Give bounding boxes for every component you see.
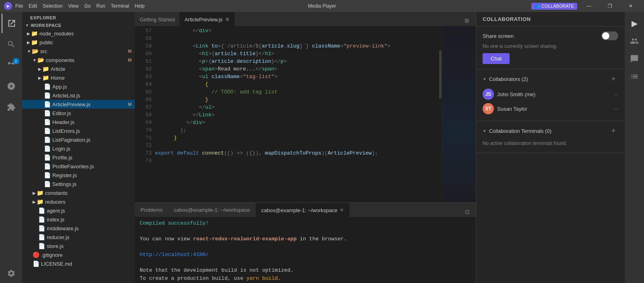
code-editor[interactable]: 575859606162636465666768697071727374 </d… [135,26,476,202]
tree-item-agent-js[interactable]: 📄 agent.js [22,206,135,215]
tree-item-reducers[interactable]: ▶ 📁 reducers [22,197,135,206]
tree-item-login-js[interactable]: 📄 Login.js [22,144,135,153]
editor-scrollbar[interactable] [439,50,442,99]
section-chevron-icon: ▼ [483,77,487,81]
code-content[interactable]: </div> <Link to={`/article/${article.slu… [155,26,442,202]
terminals-title[interactable]: ▼ Collaboration Terminals (0) [483,128,551,134]
activity-source-control[interactable]: 2 [2,56,21,75]
file-icon: 🔴 [33,252,39,258]
tree-item-register-js[interactable]: 📄 Register.js [22,171,135,180]
collaborator-name-susan: Susan Taylor [497,106,610,112]
activity-explorer[interactable] [2,14,21,33]
file-icon: 📄 [38,207,45,214]
tree-item-listpagination-js[interactable]: 📄 ListPagination.js [22,135,135,144]
tree-item-store-js[interactable]: 📄 store.js [22,242,135,250]
tree-item-public[interactable]: ▶ 📁 public [22,38,135,47]
tree-item-listerrors-js[interactable]: 📄 ListErrors.js [22,126,135,135]
tree-item-app-js[interactable]: 📄 App.js [22,82,135,91]
panel-tab-close-icon[interactable]: ✕ [340,207,344,213]
activity-extensions[interactable] [2,97,21,117]
panel-tab-problems[interactable]: Problems [135,203,168,217]
collaborator-menu-john[interactable]: ··· [613,91,618,97]
tree-item-profilefavorites-js[interactable]: 📄 ProfileFavorites.js [22,162,135,171]
title-bar-left: ▶ File Edit Selection View Go Run Termin… [4,2,144,10]
workspace-header[interactable]: ▼ WORKSPACE [22,22,135,29]
menu-run[interactable]: Run [96,3,105,9]
folder-icon: 📁 [42,66,49,72]
minimize-button[interactable]: — [580,0,598,12]
collaborator-john: JS John Smith (me) ··· [483,87,618,101]
editor-area: Getting Started ArticlePreview.js ✕ ⊞ 57… [135,12,476,283]
tree-item-header-js[interactable]: 📄 Header.js [22,118,135,126]
split-editor-icon[interactable]: ⊞ [461,15,473,26]
right-icon-play[interactable]: ▶ [626,15,642,31]
panel-tab-terminal-1[interactable]: cabox@example-1: ~/workspace [168,203,256,217]
menu-go[interactable]: Go [84,3,91,9]
share-screen-row: Share screen [483,31,618,40]
tree-item-src[interactable]: ▼ 📂 src M [22,47,135,56]
right-icon-list[interactable] [626,68,642,85]
tab-articlepreview[interactable]: ArticlePreview.js ✕ [180,12,235,26]
add-collaborator-button[interactable]: + [609,74,618,84]
tree-item-articlepreview-js[interactable]: 📄 ArticlePreview.js M [22,100,135,109]
right-icon-users[interactable] [626,33,642,49]
terminal-url: http://localhost:4100/ [140,252,209,258]
file-icon: 📄 [38,216,45,223]
right-icon-chat[interactable] [626,51,642,67]
modified-indicator: M [128,58,132,62]
tree-item-reducer-js[interactable]: 📄 reducer.js [22,233,135,242]
menu-terminal[interactable]: Terminal [111,3,129,9]
tree-item-articlelist-js[interactable]: 📄 ArticleList.js [22,91,135,100]
item-label: Login.js [52,146,70,152]
tab-bar: Getting Started ArticlePreview.js ✕ ⊞ [135,12,476,26]
terminal-content[interactable]: Compiled successfully! You can now view … [135,217,476,283]
tree-item-home[interactable]: ▶ 📁 Home [22,73,135,82]
tree-item-settings-js[interactable]: 📄 Settings.js [22,180,135,188]
item-label: reducer.js [47,234,69,240]
chevron-icon: ▼ [27,49,31,54]
menu-selection[interactable]: Selection [43,3,62,9]
tree-item-gitignore[interactable]: 🔴 .gitignore [22,250,135,259]
tree-item-components[interactable]: ▼ 📂 components M [22,56,135,64]
tree-item-editor-js[interactable]: 📄 Editor.js [22,109,135,118]
activity-debug[interactable] [2,76,21,96]
tree-item-article[interactable]: ▶ 📁 Article [22,64,135,73]
folder-icon: 📂 [37,57,44,63]
menu-view[interactable]: View [68,3,78,9]
file-icon: 📄 [44,163,51,169]
collaboration-panel: COLLABORATION Share screen No one is cur… [476,12,625,283]
tree-item-node-modules[interactable]: ▶ 📁 node_modules [22,29,135,38]
modified-indicator: M [128,102,132,107]
tab-close-icon[interactable]: ✕ [225,17,230,22]
terminal-text: Note that the development build is not o… [140,267,293,273]
close-button[interactable]: ✕ [621,0,640,12]
collab-terminals-section: ▼ Collaboration Terminals (0) + No activ… [476,121,625,153]
tab-getting-started[interactable]: Getting Started [135,12,180,26]
menu-file[interactable]: File [15,3,23,9]
tree-item-middleware-js[interactable]: 📄 middleware.js [22,224,135,233]
collaborators-title[interactable]: ▼ Collaborators (2) [483,76,528,82]
add-terminal-button[interactable]: + [609,126,618,136]
item-label: Header.js [52,119,74,125]
collaborator-menu-susan[interactable]: ··· [613,105,618,112]
terminal-line [140,227,471,235]
tree-item-profile-js[interactable]: 📄 Profile.js [22,153,135,162]
item-label: store.js [47,243,64,249]
panel-tab-terminal-2[interactable]: cabox@example-1: ~/workspace ✕ [256,203,349,217]
terminal-app-name: react-redux-realworld-example-app [193,236,297,242]
tree-item-license-md[interactable]: 📄 LICENSE.md [22,259,135,268]
collaborate-badge[interactable]: 👥 COLLABORATE [531,3,578,10]
maximize-panel-icon[interactable]: ⊡ [462,207,473,217]
chat-button[interactable]: Chat [483,53,510,64]
tree-item-constants[interactable]: ▶ 📁 constants [22,188,135,197]
folder-icon: 📁 [37,190,43,196]
activity-search[interactable] [2,35,21,54]
file-icon: 📄 [44,181,51,187]
menu-help[interactable]: Help [135,3,145,9]
menu-edit[interactable]: Edit [29,3,37,9]
activity-settings[interactable] [2,264,21,283]
tree-item-index-js[interactable]: 📄 index.js [22,215,135,224]
restore-button[interactable]: ❐ [601,0,619,12]
panel-tab-label: cabox@example-1: ~/workspace [261,207,337,213]
share-screen-toggle[interactable] [601,31,618,40]
